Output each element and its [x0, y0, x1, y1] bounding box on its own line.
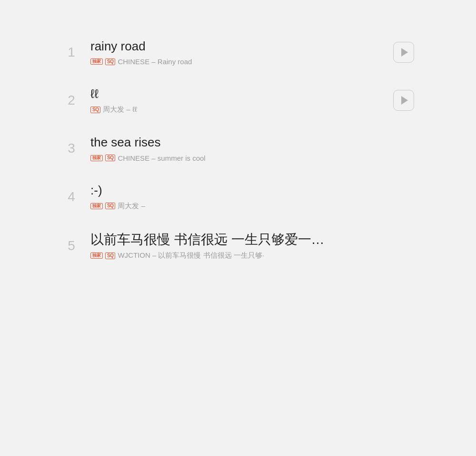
item-content: ℓℓSQ周大发 – ℓℓ: [86, 87, 384, 114]
subtitle-text: CHINESE – Rainy road: [118, 58, 192, 66]
list-item[interactable]: 5以前车马很慢 书信很远 一生只够爱一…独家SQWJCTION – 以前车马很慢…: [57, 221, 419, 271]
item-number: 3: [57, 141, 86, 156]
item-content: 以前车马很慢 书信很远 一生只够爱一…独家SQWJCTION – 以前车马很慢 …: [86, 232, 384, 261]
item-title: rainy road: [90, 39, 384, 54]
item-content: the sea rises独家SQCHINESE – summer is coo…: [86, 135, 384, 162]
item-content: :-)独家SQ周大发 –: [86, 183, 384, 211]
item-content: rainy road独家SQCHINESE – Rainy road: [86, 39, 384, 66]
exclusive-badge: 独家: [90, 203, 103, 209]
subtitle-text: 周大发 – ℓℓ: [103, 105, 137, 114]
exclusive-badge: 独家: [90, 58, 103, 65]
sq-badge: SQ: [105, 58, 115, 65]
item-number: 2: [57, 93, 86, 108]
item-number: 1: [57, 45, 86, 60]
sq-badge: SQ: [105, 155, 115, 161]
list-item[interactable]: 4:-)独家SQ周大发 –: [57, 173, 419, 221]
list-item[interactable]: 3the sea rises独家SQCHINESE – summer is co…: [57, 125, 419, 172]
sq-badge: SQ: [90, 107, 100, 113]
item-title: ℓℓ: [90, 87, 384, 101]
exclusive-badge: 独家: [90, 155, 103, 161]
item-title: the sea rises: [90, 135, 384, 150]
list-item[interactable]: 2ℓℓSQ周大发 – ℓℓ: [57, 76, 419, 125]
item-number: 4: [57, 189, 86, 204]
sq-badge: SQ: [105, 203, 115, 209]
subtitle-text: WJCTION – 以前车马很慢 书信很远 一生只够·: [118, 251, 264, 260]
song-list: 1rainy road独家SQCHINESE – Rainy road2ℓℓSQ…: [57, 29, 419, 271]
subtitle-text: 周大发 –: [118, 202, 145, 211]
item-title: 以前车马很慢 书信很远 一生只够爱一…: [90, 232, 384, 248]
play-icon: [401, 48, 408, 57]
list-item[interactable]: 1rainy road独家SQCHINESE – Rainy road: [57, 29, 419, 76]
play-button[interactable]: [393, 90, 414, 111]
item-subtitle-row: 独家SQWJCTION – 以前车马很慢 书信很远 一生只够·: [90, 251, 384, 260]
sq-badge: SQ: [105, 252, 115, 259]
item-title: :-): [90, 183, 384, 198]
item-number: 5: [57, 238, 86, 253]
item-subtitle-row: 独家SQCHINESE – Rainy road: [90, 58, 384, 66]
exclusive-badge: 独家: [90, 252, 103, 259]
item-subtitle-row: 独家SQ周大发 –: [90, 202, 384, 211]
subtitle-text: CHINESE – summer is cool: [118, 154, 205, 162]
item-subtitle-row: SQ周大发 – ℓℓ: [90, 105, 384, 114]
play-icon: [401, 96, 408, 105]
play-button[interactable]: [393, 42, 414, 63]
item-subtitle-row: 独家SQCHINESE – summer is cool: [90, 154, 384, 162]
